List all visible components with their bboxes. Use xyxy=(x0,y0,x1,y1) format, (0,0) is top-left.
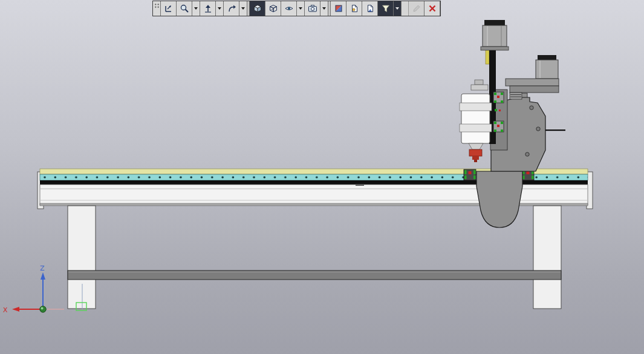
z-axis-label: Z xyxy=(40,264,45,272)
edit-button xyxy=(409,1,424,16)
collet-nut xyxy=(469,149,482,156)
view-toolbar xyxy=(152,1,441,16)
view-orientation-button[interactable] xyxy=(161,1,177,16)
zoom-button[interactable] xyxy=(177,1,192,16)
display-state-doc-icon xyxy=(365,4,375,13)
pencil-icon xyxy=(412,4,421,13)
selection-filter-button[interactable] xyxy=(378,1,394,16)
chevron-down-icon xyxy=(395,7,399,10)
limit-rod xyxy=(545,129,565,131)
chevron-down-icon xyxy=(299,7,302,10)
tool-bit xyxy=(474,160,477,162)
display-state-button[interactable] xyxy=(362,1,378,16)
z-axis-motor[interactable] xyxy=(481,20,509,50)
machine-model[interactable] xyxy=(37,20,593,309)
edit-appearance-button[interactable] xyxy=(346,1,362,16)
hide-show-items-dropdown[interactable] xyxy=(297,1,305,16)
standard-view-button[interactable] xyxy=(200,1,216,16)
chevron-down-icon xyxy=(218,7,221,10)
shaded-cube-icon xyxy=(253,4,262,13)
spindle-assembly[interactable] xyxy=(460,80,492,162)
spindle-clamp-lower xyxy=(460,124,492,132)
cad-viewport[interactable]: X Z xyxy=(0,0,644,354)
filter-funnel-icon xyxy=(381,4,391,13)
origin-triad: X Z xyxy=(3,264,64,314)
spindle-clamp-upper xyxy=(460,103,492,111)
right-leg[interactable] xyxy=(533,206,561,309)
section-view-button[interactable] xyxy=(331,1,346,16)
carriage-lower-lobe xyxy=(476,171,522,228)
up-arrow-icon xyxy=(203,4,213,13)
x-axis-motor[interactable] xyxy=(506,55,559,99)
selection-filter-dropdown[interactable] xyxy=(394,1,402,16)
x-axis-label: X xyxy=(3,306,8,314)
origin-point xyxy=(40,306,46,312)
rotate-arrow-icon xyxy=(227,4,236,13)
beam-seam xyxy=(356,184,364,186)
viewport-canvas[interactable]: X Z xyxy=(0,0,644,354)
z-bearing-lower xyxy=(493,121,504,132)
collet xyxy=(472,156,479,160)
z-bearing-upper xyxy=(493,92,504,103)
zoom-dropdown[interactable] xyxy=(192,1,200,16)
corner-axes-icon xyxy=(164,4,174,13)
rotate-view-button[interactable] xyxy=(224,1,239,16)
z-coupler xyxy=(486,48,489,64)
gantry-bearing-left[interactable] xyxy=(464,169,476,180)
grip-dots-icon xyxy=(154,3,160,8)
cross-member[interactable] xyxy=(68,270,561,280)
apply-scene-dropdown[interactable] xyxy=(320,1,328,16)
chevron-down-icon xyxy=(241,7,245,10)
standard-view-dropdown[interactable] xyxy=(216,1,224,16)
rotate-view-dropdown[interactable] xyxy=(239,1,247,16)
left-leg[interactable] xyxy=(68,206,96,309)
apply-scene-button[interactable] xyxy=(305,1,320,16)
section-view-icon xyxy=(334,4,343,13)
shaded-display-button[interactable] xyxy=(250,1,265,16)
magnifier-icon xyxy=(180,4,189,13)
chevron-down-icon xyxy=(322,7,326,10)
appearance-doc-icon xyxy=(350,4,359,13)
chevron-down-icon xyxy=(194,7,198,10)
close-icon xyxy=(428,4,437,13)
wireframe-display-button[interactable] xyxy=(265,1,281,16)
spindle-body xyxy=(461,94,490,143)
toolbar-spacer xyxy=(402,1,409,16)
camera-icon xyxy=(308,4,317,13)
close-toolbar-button[interactable] xyxy=(424,1,440,16)
wireframe-cube-icon xyxy=(268,4,278,13)
hide-show-items-button[interactable] xyxy=(281,1,297,16)
eye-icon xyxy=(284,4,294,13)
toolbar-grip-handle[interactable] xyxy=(153,1,161,16)
